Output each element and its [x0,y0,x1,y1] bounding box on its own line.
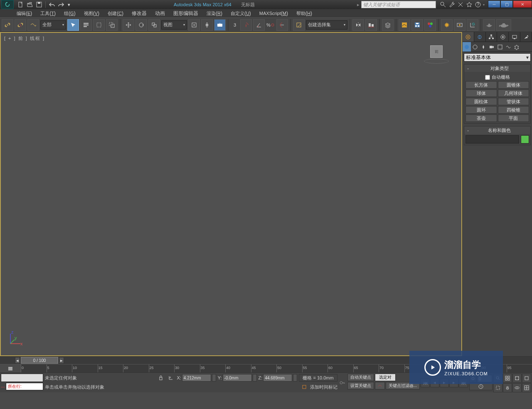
slider-prev-icon[interactable]: ◂ [15,357,20,364]
window-crossing-icon[interactable] [106,19,118,31]
key-tangent-icon[interactable] [375,382,385,389]
search-input[interactable]: 键入关键字或短语 [361,1,436,8]
redo-icon[interactable] [57,1,65,8]
key-filters-button[interactable]: 关键点过滤器... [386,382,420,389]
primitive-button[interactable]: 平面 [498,114,530,122]
spacewarps-subtab-icon[interactable] [504,42,512,52]
manipulate-icon[interactable] [201,19,213,31]
time-slider-track[interactable]: ◂ 0 / 100 ▸ [0,357,532,364]
menu-grapheditors[interactable]: 图形编辑器 [169,9,202,18]
primitive-button[interactable]: 圆锥体 [498,81,530,89]
x-spinner[interactable] [212,374,216,382]
zoom-region-icon[interactable] [493,383,502,392]
named-selection-dropdown[interactable]: 创建选择集 [306,20,347,30]
primitive-button[interactable]: 管状体 [498,98,530,105]
menu-modifiers[interactable]: 修改器 [128,9,151,18]
layers-icon[interactable] [382,19,394,31]
viewcube-face[interactable]: 前 [430,45,443,58]
search-icon[interactable] [439,1,447,8]
viewport-label[interactable]: [ + ] 前 ] 线框 ] [4,35,45,42]
helpers-subtab-icon[interactable] [496,42,504,52]
menu-rendering[interactable]: 渲染(R) [202,10,227,17]
snap-3d-icon[interactable] [240,19,252,31]
zoom-all-icon[interactable] [503,374,512,383]
app-menu-button[interactable] [1,0,14,9]
cameras-subtab-icon[interactable] [488,42,496,52]
teapot-large-icon[interactable] [496,19,511,31]
name-color-header[interactable]: - 名称和颜色 [464,126,530,134]
maxscript-mini-listener-input[interactable]: 所在行: [6,383,43,390]
teapot-render-icon[interactable] [483,19,495,31]
maximize-button[interactable]: ▢ [500,0,513,8]
rotate-icon[interactable] [135,19,147,31]
goto-start-icon[interactable]: ⏮ [421,378,430,387]
set-key-button[interactable]: 设置关键点 [347,382,374,389]
edit-named-sel-icon[interactable] [293,19,305,31]
primitive-button[interactable]: 圆环 [466,106,497,114]
modify-tab-icon[interactable] [474,32,486,42]
menu-views[interactable]: 视图(V) [80,10,103,17]
spinner-snap-icon[interactable] [276,19,288,31]
zoom-extents-icon[interactable] [512,374,522,383]
z-spinner[interactable] [293,374,297,382]
mirror-icon[interactable] [352,19,364,31]
lights-subtab-icon[interactable] [479,42,488,52]
next-frame-icon[interactable]: ▸ [449,378,458,387]
exchange-icon[interactable] [457,1,464,8]
autogrid-checkbox[interactable] [485,75,490,80]
qat-dropdown-icon[interactable]: ▾ [66,1,71,8]
selection-filter-dropdown[interactable]: 全部 [40,20,66,30]
ref-coord-dropdown[interactable]: 视图 [161,20,187,30]
y-coord-input[interactable]: -0.0mm [223,374,252,382]
menu-tools[interactable]: 工具(T) [36,10,60,17]
pan-icon[interactable] [503,383,512,392]
primitive-button[interactable]: 长方体 [466,81,497,89]
scale-icon[interactable] [148,19,160,31]
prev-frame-icon[interactable]: ◂ [430,378,439,387]
menu-create[interactable]: 创建(C) [103,10,128,17]
object-name-input[interactable] [466,135,519,144]
selected-dropdown[interactable]: 选定对 [375,374,396,381]
favorite-icon[interactable] [466,1,473,8]
help-icon[interactable]: ? [474,1,482,8]
new-icon[interactable] [17,1,25,8]
orbit-icon[interactable] [512,383,522,392]
auto-key-button[interactable]: 自动关键点 [347,374,374,381]
maximize-viewport-icon[interactable] [522,383,531,392]
y-spinner[interactable] [253,374,257,382]
save-icon[interactable] [35,1,43,8]
help-dropdown-icon[interactable]: ▾ [483,3,485,7]
viewcube-compass[interactable] [424,59,449,64]
menu-animation[interactable]: 动画 [151,9,169,18]
zoom-extents-all-icon[interactable] [522,374,531,383]
pivot-center-icon[interactable] [188,19,200,31]
key-mode-icon[interactable] [469,375,477,382]
curve-editor-icon[interactable] [399,19,410,31]
select-object-icon[interactable] [67,19,79,31]
time-slider-thumb[interactable]: 0 / 100 [21,357,58,364]
motion-tab-icon[interactable] [497,32,509,42]
track-bar[interactable]: 05101520253035404550556065707580859095 [0,364,532,372]
shapes-subtab-icon[interactable] [471,42,479,52]
geometry-subtab-icon[interactable] [463,42,471,52]
percent-snap-icon[interactable]: % [266,19,275,31]
hierarchy-tab-icon[interactable] [486,32,498,42]
object-color-swatch[interactable] [521,135,529,144]
render-prod-icon[interactable] [467,19,478,31]
menu-group[interactable]: 组(G) [60,10,80,17]
material-editor-icon[interactable] [424,19,436,31]
add-time-tag[interactable]: 添加时间标记 [310,384,337,390]
isolate-icon[interactable] [300,383,308,391]
x-coord-input[interactable]: 4.212mm [182,374,211,382]
angle-snap-icon[interactable] [253,19,265,31]
lock-selection-icon[interactable] [157,374,165,382]
undo-icon[interactable] [48,1,56,8]
viewport-front[interactable]: [ + ] 前 ] 线框 ] 前 z x y [0,32,462,356]
primitive-button[interactable]: 几何球体 [498,89,530,97]
bind-spacewarp-icon[interactable] [27,19,39,31]
render-setup-icon[interactable] [441,19,453,31]
absolute-relative-icon[interactable] [167,374,175,382]
link-icon[interactable] [2,19,13,31]
maxscript-mini-listener-output[interactable] [1,374,43,382]
menu-help[interactable]: 帮助(H) [292,10,316,17]
